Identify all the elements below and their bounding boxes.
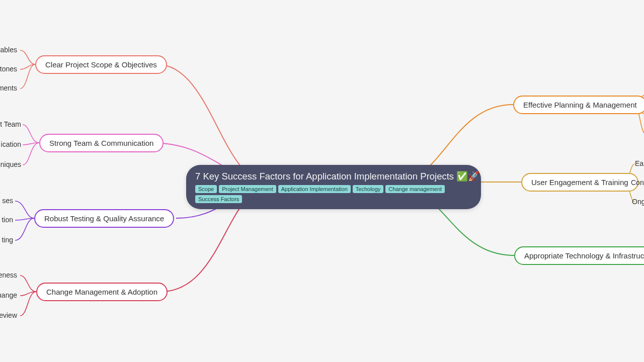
leaf[interactable]: hange [0, 291, 17, 299]
leaf[interactable]: tion [2, 216, 13, 224]
leaf[interactable]: ses [2, 197, 13, 205]
leaf[interactable]: eness [0, 271, 17, 279]
central-tags: Scope Project Management Application Imp… [195, 185, 472, 203]
leaf[interactable]: stones [0, 65, 17, 73]
leaf[interactable]: ments [0, 84, 17, 92]
tag[interactable]: Scope [195, 185, 217, 193]
leaf[interactable]: Con [631, 178, 644, 187]
node-user-engagement[interactable]: User Engagement & Training [521, 173, 638, 192]
tag[interactable]: Change management [385, 185, 445, 193]
tag[interactable]: Success Factors [195, 195, 242, 203]
central-node[interactable]: 7 Key Success Factors for Application Im… [186, 165, 481, 209]
leaf[interactable]: rables [0, 46, 17, 54]
leaf[interactable]: Earl [635, 159, 644, 167]
node-appropriate-tech[interactable]: Appropriate Technology & Infrastructure [514, 246, 644, 265]
leaf[interactable]: Ong [632, 198, 644, 206]
node-change-mgmt[interactable]: Change Management & Adoption [36, 283, 168, 301]
tag[interactable]: Project Management [219, 185, 276, 193]
central-title: 7 Key Success Factors for Application Im… [195, 171, 472, 182]
tag[interactable]: Techology [353, 185, 384, 193]
node-strong-team[interactable]: Strong Team & Communication [39, 134, 164, 152]
leaf[interactable]: ication [1, 140, 21, 148]
leaf[interactable]: eview [0, 311, 17, 319]
node-robust-testing[interactable]: Robust Testing & Quality Assurance [34, 209, 174, 228]
tag[interactable]: Application Implementation [278, 185, 351, 193]
leaf[interactable]: ting [2, 236, 13, 244]
node-clear-scope[interactable]: Clear Project Scope & Objectives [35, 55, 167, 74]
leaf[interactable]: ct Team [0, 120, 21, 128]
leaf[interactable]: nniques [0, 160, 21, 168]
node-effective-planning[interactable]: Effective Planning & Management [513, 96, 644, 114]
